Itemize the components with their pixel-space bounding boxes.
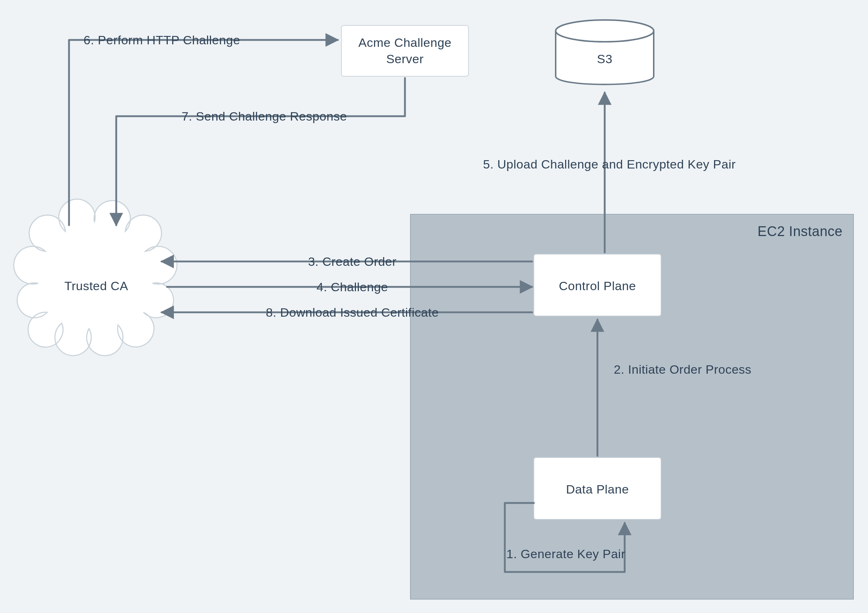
s3-node: S3 [556,20,654,85]
acme-label-1: Acme Challenge [358,36,451,50]
svg-rect-1 [341,25,468,76]
data-plane-label: Data Plane [566,482,629,496]
label-step-3: 3. Create Order [308,255,397,268]
control-plane-label: Control Plane [559,279,636,293]
acme-node: Acme Challenge Server [341,25,468,76]
architecture-diagram: EC2 Instance S3 Acme Challenge Server Tr… [0,0,868,613]
trusted-ca-label: Trusted CA [64,279,128,293]
label-step-1: 1. Generate Key Pair [506,547,625,561]
acme-label-2: Server [386,52,423,66]
arrow-step-6 [69,40,338,225]
s3-label: S3 [597,52,613,66]
label-step-7: 7. Send Challenge Response [181,109,347,123]
ec2-label: EC2 Instance [758,224,843,239]
label-step-5: 5. Upload Challenge and Encrypted Key Pa… [483,157,736,171]
control-plane-node: Control Plane [534,254,661,316]
arrow-step-7 [116,78,405,225]
label-step-2: 2. Initiate Order Process [614,362,752,376]
label-step-6: 6. Perform HTTP Challenge [84,33,240,47]
label-step-4: 4. Challenge [317,280,388,294]
svg-point-0 [556,20,654,42]
label-step-8: 8. Download Issued Certificate [266,305,439,319]
trusted-ca-node: Trusted CA [14,199,177,356]
data-plane-node: Data Plane [534,458,661,519]
